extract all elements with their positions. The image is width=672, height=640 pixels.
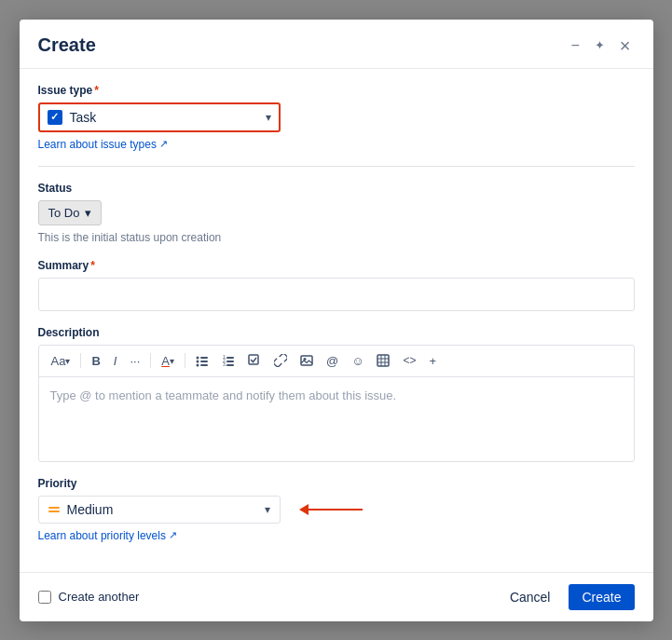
aa-chevron-icon: ▾ — [65, 356, 70, 366]
priority-medium-icon — [48, 507, 60, 512]
priority-value: Medium — [67, 502, 114, 517]
toolbar-emoji-btn[interactable]: ☺ — [347, 351, 368, 371]
arrow-shaft — [307, 509, 363, 511]
svg-rect-7 — [226, 357, 234, 359]
priority-inner: Medium — [48, 502, 114, 517]
description-label: Description — [38, 326, 635, 339]
editor-toolbar: Aa ▾ B I ··· — [39, 346, 634, 377]
status-value: To Do — [48, 206, 80, 220]
red-arrow-indicator — [299, 504, 363, 515]
footer-left: Create another — [38, 590, 140, 604]
toolbar-sep-1 — [80, 353, 81, 368]
issue-type-select[interactable]: Task ▾ — [38, 102, 281, 132]
svg-point-4 — [196, 364, 199, 367]
status-section: Status To Do ▾ This is the initial statu… — [38, 182, 635, 244]
toolbar-more-btn[interactable]: ··· — [125, 351, 144, 371]
create-modal: Create − ✦ × Issue type * Task — [20, 20, 653, 621]
toolbar-mention-btn[interactable]: @ — [322, 351, 343, 371]
description-placeholder: Type @ to mention a teammate and notify … — [50, 388, 397, 402]
svg-rect-1 — [200, 357, 208, 359]
issue-type-label: Issue type * — [38, 84, 635, 97]
modal-header: Create − ✦ × — [20, 20, 653, 69]
chevron-down-icon: ▾ — [266, 111, 271, 124]
toolbar-bullet-btn[interactable] — [191, 351, 213, 370]
image-icon — [300, 354, 313, 367]
learn-priority-levels-link[interactable]: Learn about priority levels ↗ — [38, 529, 177, 542]
toolbar-sep-2 — [150, 353, 151, 368]
cancel-button[interactable]: Cancel — [499, 584, 562, 610]
description-editor-content[interactable]: Type @ to mention a teammate and notify … — [39, 377, 634, 461]
divider — [38, 166, 635, 167]
svg-point-0 — [196, 357, 199, 360]
create-another-label[interactable]: Create another — [59, 590, 140, 604]
issue-type-value: Task — [70, 110, 97, 125]
priority-chevron-down-icon: ▾ — [265, 503, 270, 516]
modal-footer: Create another Cancel Create — [20, 572, 653, 621]
link-icon — [274, 354, 287, 367]
toolbar-image-btn[interactable] — [295, 351, 318, 370]
toolbar-italic-btn[interactable]: I — [109, 351, 122, 371]
priority-external-link-icon: ↗ — [169, 529, 177, 541]
priority-label: Priority — [38, 477, 635, 490]
table-icon — [377, 354, 390, 367]
footer-right: Cancel Create — [499, 584, 635, 610]
svg-point-2 — [196, 361, 199, 363]
svg-rect-15 — [377, 355, 389, 366]
expand-icon[interactable]: ✦ — [591, 36, 609, 54]
summary-input[interactable] — [38, 278, 635, 311]
task-checkbox-icon — [48, 110, 62, 125]
toolbar-text-style-btn[interactable]: Aa ▾ — [47, 351, 75, 371]
issue-type-inner: Task — [48, 110, 97, 125]
summary-label: Summary * — [38, 259, 635, 272]
toolbar-text-color-btn[interactable]: A ▾ — [157, 351, 179, 371]
status-label: Status — [38, 182, 635, 195]
toolbar-ordered-btn[interactable]: 1. 2. 3. — [217, 351, 240, 370]
bullet-list-icon — [196, 354, 209, 367]
summary-required-star: * — [90, 259, 95, 272]
svg-text:3.: 3. — [223, 361, 226, 367]
create-another-checkbox[interactable] — [38, 591, 51, 604]
status-chevron-icon: ▾ — [85, 206, 91, 220]
issue-type-section: Issue type * Task ▾ Learn about issue ty… — [38, 84, 635, 151]
checkbox-icon — [248, 354, 261, 367]
toolbar-plus-btn[interactable]: + — [424, 351, 441, 371]
toolbar-sep-3 — [185, 353, 185, 368]
summary-section: Summary * — [38, 259, 635, 311]
minimize-icon[interactable]: − — [567, 35, 583, 56]
modal-body: Issue type * Task ▾ Learn about issue ty… — [20, 69, 653, 572]
modal-header-icons: − ✦ × — [567, 34, 634, 57]
required-star: * — [94, 84, 99, 97]
priority-select[interactable]: Medium ▾ — [38, 496, 281, 524]
description-editor: Aa ▾ B I ··· — [38, 345, 635, 462]
description-section: Description Aa ▾ B I — [38, 326, 635, 462]
svg-rect-11 — [226, 364, 234, 366]
svg-rect-9 — [226, 361, 234, 362]
create-button[interactable]: Create — [569, 584, 634, 610]
modal-overlay: Create − ✦ × Issue type * Task — [0, 0, 672, 640]
status-dropdown[interactable]: To Do ▾ — [38, 200, 103, 225]
close-icon[interactable]: × — [616, 34, 635, 57]
toolbar-link-btn[interactable] — [269, 351, 292, 370]
svg-rect-3 — [200, 361, 208, 362]
priority-section: Priority Medium ▾ — [38, 477, 635, 542]
toolbar-checkbox-btn[interactable] — [243, 351, 266, 370]
modal-title: Create — [38, 34, 96, 56]
learn-issue-types-link[interactable]: Learn about issue types ↗ — [38, 138, 168, 151]
toolbar-bold-btn[interactable]: B — [87, 351, 104, 371]
external-link-icon: ↗ — [159, 138, 168, 150]
svg-rect-12 — [249, 355, 258, 364]
svg-rect-5 — [200, 364, 208, 366]
status-hint: This is the initial status upon creation — [38, 231, 635, 244]
svg-rect-13 — [301, 356, 312, 365]
text-color-chevron-icon: ▾ — [170, 356, 174, 366]
ordered-list-icon: 1. 2. 3. — [222, 354, 235, 367]
toolbar-table-btn[interactable] — [372, 351, 394, 370]
toolbar-code-btn[interactable]: <> — [398, 351, 420, 370]
